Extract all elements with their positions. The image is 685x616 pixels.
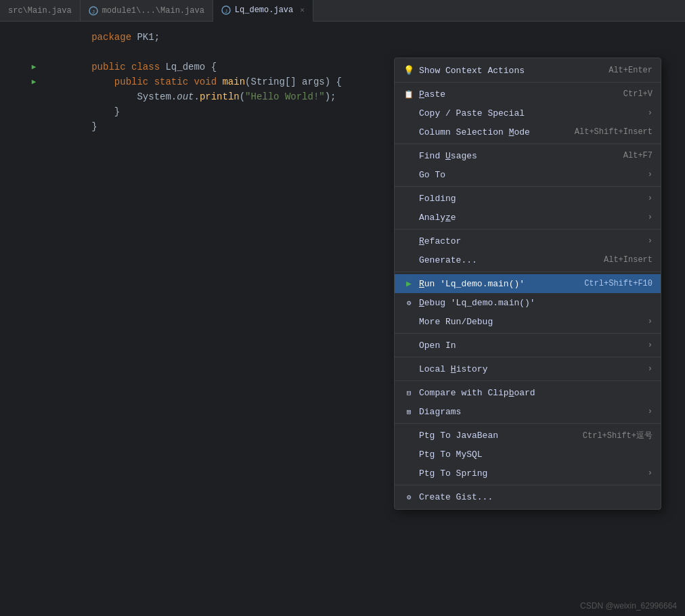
column-selection-label: Column Selection Mode — [419, 127, 567, 137]
go-to-label: Go To — [419, 170, 642, 180]
analyze-arrow: › — [648, 213, 653, 222]
open-in-arrow: › — [648, 340, 653, 350]
refactor-label: Refactor — [419, 236, 642, 246]
run-label: Run 'Lq_demo.main()' — [419, 279, 576, 289]
tab-module1-label: module1\...\Main.java — [102, 6, 204, 16]
menu-item-generate[interactable]: Generate... Alt+Insert — [395, 250, 661, 269]
menu-item-folding[interactable]: Folding › — [395, 189, 661, 208]
ptg-spring-label: Ptg To Spring — [419, 468, 642, 479]
menu-item-run[interactable]: ▶ Run 'Lq_demo.main()' Ctrl+Shift+F10 — [395, 274, 661, 293]
separator-1 — [395, 82, 661, 83]
menu-item-local-history[interactable]: Local History › — [395, 359, 661, 378]
tab-lq-demo[interactable]: J Lq_demo.java ✕ — [213, 0, 313, 22]
menu-item-find-usages[interactable]: Find Usages Alt+F7 — [395, 146, 661, 165]
create-gist-label: Create Gist... — [419, 492, 653, 502]
run-shortcut: Ctrl+Shift+F10 — [584, 279, 653, 288]
code-text-7: } — [41, 104, 97, 149]
local-history-arrow: › — [648, 364, 653, 374]
diagrams-arrow: › — [648, 407, 653, 416]
separator-10 — [395, 485, 661, 485]
menu-item-refactor[interactable]: Refactor › — [395, 232, 661, 250]
separator-5 — [395, 271, 661, 272]
separator-8 — [395, 380, 661, 381]
column-selection-shortcut: Alt+Shift+Insert — [575, 127, 653, 137]
show-context-actions-shortcut: Alt+Enter — [609, 66, 653, 75]
paste-shortcut: Ctrl+V — [623, 89, 653, 99]
menu-item-analyze[interactable]: Analyze › — [395, 208, 661, 227]
run-icon: ▶ — [403, 278, 415, 289]
separator-4 — [395, 229, 661, 229]
run-gutter-4[interactable]: ▶ — [27, 74, 41, 89]
copy-paste-special-label: Copy / Paste Special — [419, 108, 642, 118]
diagrams-icon: ⊞ — [403, 408, 415, 416]
separator-7 — [395, 357, 661, 357]
ptg-mysql-label: Ptg To MySQL — [419, 449, 653, 460]
find-usages-shortcut: Alt+F7 — [623, 151, 653, 160]
compare-clipboard-icon: ⊟ — [403, 389, 415, 397]
separator-6 — [395, 333, 661, 334]
menu-item-create-gist[interactable]: ⚙ Create Gist... — [395, 487, 661, 506]
menu-item-copy-paste-special[interactable]: Copy / Paste Special › — [395, 104, 661, 123]
paste-icon: 📋 — [403, 90, 415, 99]
menu-item-ptg-spring[interactable]: Ptg To Spring › — [395, 464, 661, 483]
bulb-icon: 💡 — [403, 65, 415, 76]
compare-clipboard-label: Compare with Clipboard — [419, 388, 653, 398]
create-gist-icon: ⚙ — [403, 493, 415, 502]
menu-item-diagrams[interactable]: ⊞ Diagrams › — [395, 402, 661, 421]
run-gutter-3[interactable]: ▶ — [27, 60, 41, 74]
code-line-1: package PK1; — [0, 30, 685, 45]
menu-item-show-context-actions[interactable]: 💡 Show Context Actions Alt+Enter — [395, 61, 661, 80]
svg-text:J: J — [224, 8, 227, 14]
generate-label: Generate... — [419, 255, 596, 265]
analyze-label: Analyze — [419, 213, 642, 223]
menu-item-paste[interactable]: 📋 Paste Ctrl+V — [395, 85, 661, 104]
more-run-debug-arrow: › — [648, 317, 653, 326]
go-to-arrow: › — [648, 170, 653, 179]
menu-item-ptg-javabean[interactable]: Ptg To JavaBean Ctrl+Shift+逗号 — [395, 426, 661, 445]
menu-item-open-in[interactable]: Open In › — [395, 336, 661, 355]
local-history-label: Local History — [419, 364, 642, 374]
menu-item-debug[interactable]: ⚙ Debug 'Lq_demo.main()' — [395, 293, 661, 312]
ptg-javabean-shortcut: Ctrl+Shift+逗号 — [583, 430, 653, 441]
copy-paste-special-arrow: › — [648, 108, 653, 118]
menu-item-more-run-debug[interactable]: More Run/Debug › — [395, 312, 661, 331]
debug-icon: ⚙ — [403, 299, 415, 307]
separator-9 — [395, 423, 661, 424]
generate-shortcut: Alt+Insert — [604, 255, 653, 265]
tab-close-button[interactable]: ✕ — [300, 5, 305, 14]
open-in-label: Open In — [419, 340, 642, 351]
separator-2 — [395, 144, 661, 144]
tab-src-main-label: src\Main.java — [8, 6, 72, 16]
svg-text:J: J — [91, 9, 95, 15]
folding-label: Folding — [419, 194, 642, 204]
find-usages-label: Find Usages — [419, 151, 615, 161]
ptg-javabean-label: Ptg To JavaBean — [419, 431, 575, 441]
tab-lq-demo-label: Lq_demo.java — [235, 5, 293, 15]
menu-item-ptg-mysql[interactable]: Ptg To MySQL — [395, 445, 661, 464]
refactor-arrow: › — [648, 236, 653, 246]
separator-3 — [395, 186, 661, 187]
menu-item-go-to[interactable]: Go To › — [395, 165, 661, 184]
paste-label: Paste — [419, 89, 615, 100]
menu-item-column-selection[interactable]: Column Selection Mode Alt+Shift+Insert — [395, 123, 661, 141]
context-menu: 💡 Show Context Actions Alt+Enter 📋 Paste… — [394, 58, 661, 510]
java-module-icon: J — [89, 6, 98, 16]
diagrams-label: Diagrams — [419, 407, 642, 417]
folding-arrow: › — [648, 194, 653, 203]
watermark: CSDN @weixin_62996664 — [580, 601, 677, 611]
menu-item-compare-clipboard[interactable]: ⊟ Compare with Clipboard — [395, 383, 661, 402]
show-context-actions-label: Show Context Actions — [419, 66, 600, 76]
debug-label: Debug 'Lq_demo.main()' — [419, 298, 653, 308]
ptg-spring-arrow: › — [648, 468, 653, 478]
more-run-debug-label: More Run/Debug — [419, 317, 642, 327]
java-icon: J — [221, 5, 231, 15]
